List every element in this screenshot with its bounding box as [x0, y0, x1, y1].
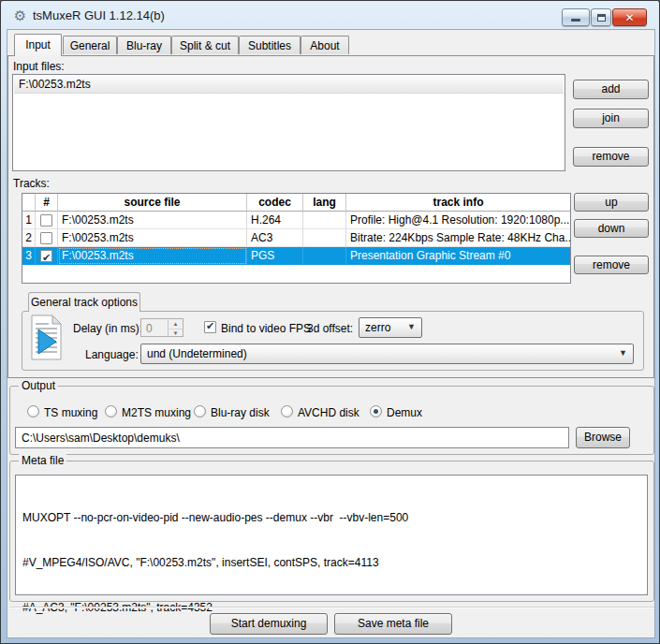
bottom-separator [9, 607, 654, 608]
track-checkbox[interactable] [40, 232, 52, 244]
spin-down-icon[interactable]: ▼ [169, 329, 183, 337]
row-number: 1 [22, 212, 36, 229]
remove-file-button[interactable]: remove [573, 147, 649, 167]
language-label: Language: [85, 348, 139, 361]
bind-fps-label[interactable]: Bind to video FPS [221, 322, 311, 335]
header-source-file[interactable]: source file [58, 194, 247, 212]
track-checkbox[interactable] [40, 214, 52, 227]
cell-codec[interactable]: PGS [247, 247, 303, 265]
tracks-header-row: # source file codec lang track info [22, 194, 570, 212]
spinner-buttons[interactable]: ▲ ▼ [168, 320, 182, 337]
tab-subtitles[interactable]: Subtitles [239, 36, 301, 54]
header-lang[interactable]: lang [303, 194, 346, 212]
input-file-item[interactable]: F:\00253.m2ts [14, 76, 564, 94]
bind-fps-checkbox[interactable] [204, 321, 216, 333]
tab-input[interactable]: Input [14, 34, 62, 56]
tab-general[interactable]: General [63, 36, 117, 54]
input-files-label: Input files: [13, 60, 65, 73]
browse-button[interactable]: Browse [576, 427, 630, 448]
track-checkbox[interactable] [40, 250, 52, 262]
header-track-info[interactable]: track info [346, 194, 570, 212]
track-up-button[interactable]: up [574, 193, 649, 212]
track-row-1[interactable]: 1 F:\00253.m2ts H.264 Profile: High@4.1 … [22, 212, 570, 229]
meta-file-label: Meta file [19, 454, 66, 467]
maximize-icon [597, 14, 606, 22]
row-number: 2 [22, 229, 36, 247]
title-bar[interactable]: ⚙ tsMuxeR GUI 1.12.14(b) ✕ [2, 2, 658, 29]
meta-file-editor[interactable]: MUXOPT --no-pcr-on-video-pid --new-audio… [15, 475, 648, 595]
start-demuxing-button[interactable]: Start demuxing [210, 613, 328, 635]
cell-lang[interactable] [303, 212, 346, 229]
radio-ts-muxing-label[interactable]: TS muxing [44, 406, 97, 419]
output-group-label: Output [19, 379, 58, 392]
output-path-input[interactable] [15, 427, 569, 448]
close-icon: ✕ [624, 11, 634, 24]
radio-demux[interactable] [370, 405, 382, 417]
track-doc-play-icon [30, 315, 64, 361]
cell-codec[interactable]: AC3 [247, 229, 303, 247]
minimize-button[interactable] [562, 8, 590, 26]
save-meta-file-button[interactable]: Save meta file [334, 613, 452, 635]
radio-m2ts-muxing-label[interactable]: M2TS muxing [122, 406, 191, 419]
language-value: und (Undetermined) [147, 347, 247, 360]
cell-track-info[interactable]: Profile: High@4.1 Resolution: 1920:1080p… [346, 212, 570, 229]
chevron-down-icon: ▼ [619, 348, 627, 358]
client-area: Input General Blu-ray Split & cut Subtit… [7, 29, 655, 638]
cell-source[interactable]: F:\00253.m2ts [58, 247, 247, 265]
window-title: tsMuxeR GUI 1.12.14(b) [33, 8, 165, 22]
add-button[interactable]: add [573, 80, 649, 99]
cell-track-info[interactable]: Presentation Graphic Stream #0 [346, 247, 570, 265]
offset-label: 3d offset: [307, 322, 353, 335]
cell-codec[interactable]: H.264 [247, 212, 303, 229]
offset-dropdown[interactable]: zerro ▼ [359, 317, 422, 338]
radio-demux-label[interactable]: Demux [387, 406, 422, 419]
join-button[interactable]: join [573, 109, 649, 128]
input-files-list[interactable]: F:\00253.m2ts [12, 74, 565, 171]
meta-line: #V_MPEG4/ISO/AVC, "F:\00253.m2ts", inser… [22, 555, 640, 570]
offset-value: zerro [365, 321, 390, 334]
close-button[interactable]: ✕ [612, 8, 647, 26]
header-codec[interactable]: codec [247, 194, 303, 212]
app-gear-icon: ⚙ [12, 7, 28, 23]
radio-avchd-disk-label[interactable]: AVCHD disk [298, 406, 359, 419]
meta-line: MUXOPT --no-pcr-on-video-pid --new-audio… [22, 510, 640, 525]
cell-lang[interactable] [303, 247, 346, 265]
app-window: ⚙ tsMuxeR GUI 1.12.14(b) ✕ Input General… [0, 0, 660, 644]
cell-lang[interactable] [303, 229, 346, 247]
track-row-2[interactable]: 2 F:\00253.m2ts AC3 Bitrate: 224Kbps Sam… [22, 229, 570, 247]
cell-track-info[interactable]: Bitrate: 224Kbps Sample Rate: 48KHz Cha.… [346, 229, 570, 247]
chevron-down-icon: ▼ [407, 322, 416, 331]
minimize-icon [571, 19, 580, 22]
track-row-3-selected[interactable]: 3 F:\00253.m2ts PGS Presentation Graphic… [22, 247, 570, 265]
tab-about[interactable]: About [301, 36, 349, 54]
header-rownum [22, 194, 36, 212]
header-check: # [36, 194, 58, 212]
row-number: 3 [22, 247, 36, 265]
tracks-label: Tracks: [13, 177, 50, 190]
spin-up-icon[interactable]: ▲ [169, 320, 183, 329]
radio-avchd-disk[interactable] [281, 405, 293, 417]
radio-m2ts-muxing[interactable] [105, 405, 117, 417]
track-down-button[interactable]: down [574, 219, 649, 238]
track-remove-button[interactable]: remove [574, 256, 649, 274]
tab-general-track-options[interactable]: General track options [28, 292, 140, 312]
cell-source[interactable]: F:\00253.m2ts [58, 212, 247, 229]
delay-label: Delay (in ms): [73, 322, 142, 335]
radio-blu-ray-disk[interactable] [194, 405, 206, 417]
radio-ts-muxing[interactable] [27, 405, 39, 417]
delay-value: 0 [146, 322, 153, 335]
tab-split-cut[interactable]: Split & cut [171, 36, 239, 54]
input-tab-page: Input files: F:\00253.m2ts add join remo… [7, 55, 654, 378]
cell-source[interactable]: F:\00253.m2ts [58, 229, 247, 247]
radio-blu-ray-disk-label[interactable]: Blu-ray disk [211, 406, 270, 419]
language-dropdown[interactable]: und (Undetermined) ▼ [140, 344, 634, 364]
tracks-table[interactable]: # source file codec lang track info 1 F:… [22, 193, 571, 284]
tab-blu-ray[interactable]: Blu-ray [117, 36, 171, 54]
delay-spinner[interactable]: 0 ▲ ▼ [140, 318, 183, 337]
maximize-button[interactable] [591, 8, 611, 26]
